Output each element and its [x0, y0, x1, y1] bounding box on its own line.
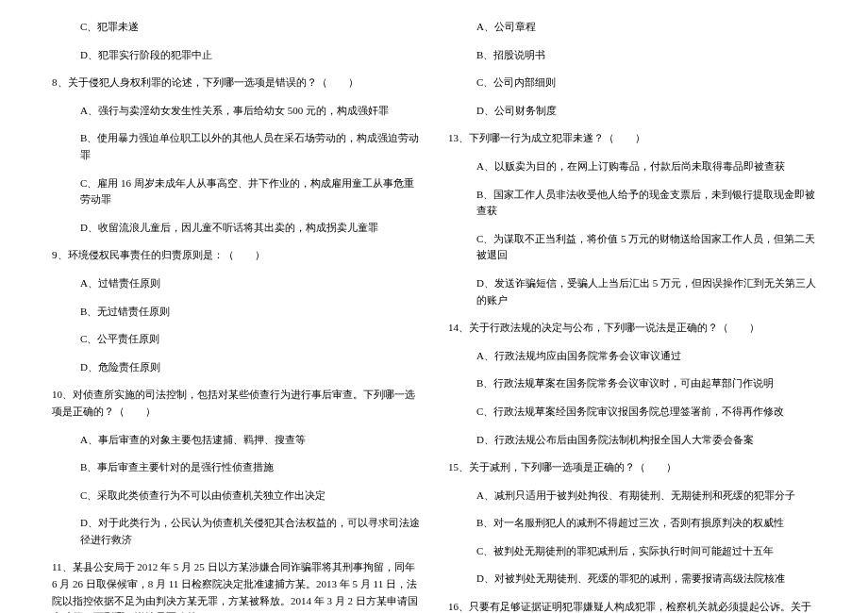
q13-option-b: B、国家工作人员非法收受他人给予的现金支票后，未到银行提取现金即被查获: [476, 187, 816, 220]
q15-option-c: C、被判处无期徒刑的罪犯减刑后，实际执行时间可能超过十五年: [476, 543, 816, 560]
q9-option-a: A、过错责任原则: [80, 275, 420, 292]
q8-option-d: D、收留流浪儿童后，因儿童不听话将其出卖的，构成拐卖儿童罪: [80, 220, 420, 237]
left-column: C、犯罪未遂 D、犯罪实行阶段的犯罪中止 8、关于侵犯人身权利罪的论述，下列哪一…: [38, 19, 434, 613]
q7-option-d: D、犯罪实行阶段的犯罪中止: [80, 47, 420, 64]
q13-option-c: C、为谋取不正当利益，将价值 5 万元的财物送给国家工作人员，但第二天被退回: [476, 231, 816, 264]
question-16: 16、只要有足够证据证明犯罪嫌疑人构成犯罪，检察机关就必须提起公诉。关于这一制度…: [448, 599, 816, 613]
q12-option-d: D、公司财务制度: [476, 103, 816, 120]
q14-option-a: A、行政法规均应由国务院常务会议审议通过: [476, 348, 816, 365]
q9-option-d: D、危险责任原则: [80, 359, 420, 376]
question-10: 10、对侦查所实施的司法控制，包括对某些侦查行为进行事后审查。下列哪一选项是正确…: [52, 387, 420, 420]
question-11: 11、某县公安局于 2012 年 5 月 25 日以方某涉嫌合同诈骗罪将其刑事拘…: [52, 559, 420, 613]
q8-option-c: C、雇用 16 周岁未成年人从事高空、井下作业的，构成雇用童工从事危重劳动罪: [80, 175, 420, 208]
q10-option-c: C、采取此类侦查行为不可以由侦查机关独立作出决定: [80, 488, 420, 505]
question-15: 15、关于减刑，下列哪一选项是正确的？（ ）: [448, 459, 816, 476]
exam-page: C、犯罪未遂 D、犯罪实行阶段的犯罪中止 8、关于侵犯人身权利罪的论述，下列哪一…: [0, 0, 868, 613]
q12-option-b: B、招股说明书: [476, 47, 816, 64]
question-8: 8、关于侵犯人身权利罪的论述，下列哪一选项是错误的？（ ）: [52, 75, 420, 91]
question-13: 13、下列哪一行为成立犯罪未遂？（ ）: [448, 130, 816, 147]
q14-option-c: C、行政法规草案经国务院审议报国务院总理签署前，不得再作修改: [476, 404, 816, 421]
q13-option-d: D、发送诈骗短信，受骗人上当后汇出 5 万元，但因误操作汇到无关第三人的账户: [476, 275, 816, 308]
q10-option-d: D、对于此类行为，公民认为侦查机关侵犯其合法权益的，可以寻求司法途径进行救济: [80, 515, 420, 548]
q13-option-a: A、以贩卖为目的，在网上订购毒品，付款后尚未取得毒品即被查获: [476, 158, 816, 175]
question-14: 14、关于行政法规的决定与公布，下列哪一说法是正确的？（ ）: [448, 320, 816, 337]
q12-option-c: C、公司内部细则: [476, 75, 816, 91]
q15-option-a: A、减刑只适用于被判处拘役、有期徒刑、无期徒刑和死缓的犯罪分子: [476, 488, 816, 505]
q9-option-c: C、公平责任原则: [80, 331, 420, 348]
q15-option-d: D、对被判处无期徒刑、死缓的罪犯的减刑，需要报请高级法院核准: [476, 571, 816, 588]
q8-option-b: B、使用暴力强迫单位职工以外的其他人员在采石场劳动的，构成强迫劳动罪: [80, 130, 420, 163]
right-column: A、公司章程 B、招股说明书 C、公司内部细则 D、公司财务制度 13、下列哪一…: [434, 19, 830, 613]
question-9: 9、环境侵权民事责任的归责原则是：（ ）: [52, 247, 420, 264]
q15-option-b: B、对一名服刑犯人的减刑不得超过三次，否则有损原判决的权威性: [476, 515, 816, 532]
q14-option-b: B、行政法规草案在国务院常务会议审议时，可由起草部门作说明: [476, 375, 816, 392]
q7-option-c: C、犯罪未遂: [80, 19, 420, 36]
q12-option-a: A、公司章程: [476, 19, 816, 36]
q10-option-b: B、事后审查主要针对的是强行性侦查措施: [80, 459, 420, 476]
q9-option-b: B、无过错责任原则: [80, 304, 420, 321]
q10-option-a: A、事后审查的对象主要包括逮捕、羁押、搜查等: [80, 432, 420, 449]
q14-option-d: D、行政法规公布后由国务院法制机构报全国人大常委会备案: [476, 432, 816, 449]
q8-option-a: A、强行与卖淫幼女发生性关系，事后给幼女 500 元的，构成强奸罪: [80, 103, 420, 120]
